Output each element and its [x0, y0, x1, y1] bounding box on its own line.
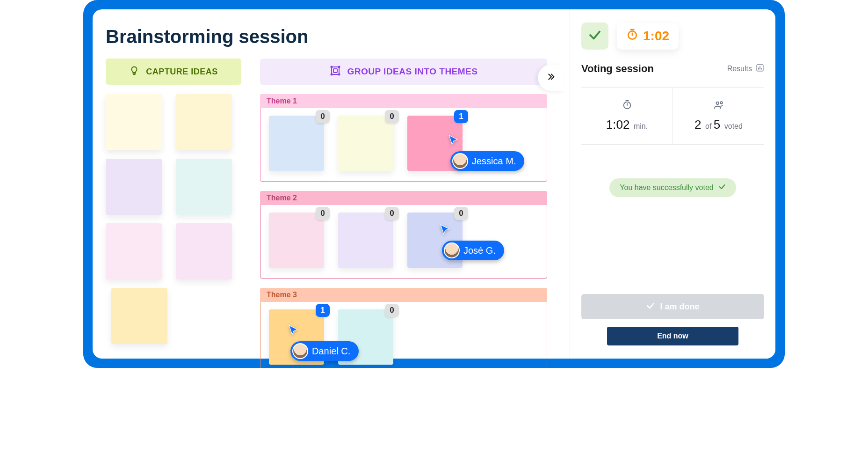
sticky-note[interactable] [106, 94, 162, 150]
stopwatch-icon [626, 29, 638, 44]
avatar [292, 343, 308, 359]
sticky-note[interactable] [176, 223, 232, 279]
status-success-box [581, 22, 608, 50]
stat-time-value: 1:02 [606, 117, 630, 132]
check-icon [718, 183, 726, 192]
svg-rect-0 [332, 67, 339, 74]
panel-actions: I am done End now [581, 294, 764, 345]
sticky-note[interactable]: 0 [338, 213, 393, 268]
column-capture-ideas: CAPTURE IDEAS .capture-grid { [106, 59, 241, 356]
cursor-label: Jessica M. [472, 156, 516, 167]
stat-time-unit: min. [634, 122, 648, 130]
sticky-note[interactable]: 0 [269, 213, 324, 268]
stat-voters: 2 of 5 voted [673, 88, 764, 144]
stat-voted-total: 5 [714, 117, 720, 132]
stat-time: 1:02 min. [581, 88, 673, 144]
timer-pill: 1:02 [617, 23, 679, 50]
svg-point-4 [331, 73, 332, 75]
svg-point-5 [338, 73, 340, 75]
vote-badge[interactable]: 1 [316, 304, 330, 317]
column-header-capture: CAPTURE IDEAS [106, 59, 241, 85]
theme-block-2[interactable]: Theme 2 0 0 0 [260, 191, 547, 279]
vote-badge[interactable]: 0 [316, 207, 330, 220]
collapse-panel-button[interactable] [538, 65, 564, 91]
vote-badge[interactable]: 0 [385, 207, 399, 220]
theme-body: 0 0 1 [260, 108, 547, 182]
remote-cursor-daniel: Daniel C. [288, 324, 359, 361]
theme-body: 0 0 0 [260, 205, 547, 279]
vote-badge[interactable]: 0 [385, 110, 399, 123]
app-frame: Brainstorming session CAPTURE IDEAS [83, 0, 785, 368]
svg-point-10 [720, 102, 723, 104]
cursor-label: José G. [463, 245, 496, 256]
i-am-done-button[interactable]: I am done [581, 294, 764, 319]
svg-rect-1 [333, 69, 337, 73]
board-columns: CAPTURE IDEAS .capture-grid { [106, 59, 547, 368]
vote-badge[interactable]: 0 [385, 304, 399, 317]
remote-cursor-jose: José G. [439, 224, 504, 260]
panel-title: Voting session [581, 63, 727, 75]
app-inner: Brainstorming session CAPTURE IDEAS [93, 9, 775, 359]
cursor-label: Daniel C. [312, 346, 350, 357]
panel-stats: 1:02 min. 2 of 5 voted [581, 88, 764, 145]
panel-status-row: 1:02 [581, 22, 764, 50]
theme-title: Theme 3 [260, 288, 547, 302]
stat-voted-count: 2 [694, 117, 701, 132]
sticky-note[interactable] [111, 288, 167, 344]
theme-title: Theme 2 [260, 191, 547, 205]
column-group-themes: GROUP IDEAS INTO THEMES Theme 1 0 0 [260, 59, 547, 368]
column-header-capture-label: CAPTURE IDEAS [146, 67, 218, 77]
done-label: I am done [660, 302, 699, 312]
sticky-note[interactable]: 0 [269, 116, 324, 171]
sticky-note[interactable]: 0 [338, 116, 393, 171]
lightbulb-icon [129, 66, 139, 78]
users-icon [677, 100, 760, 112]
sticky-note[interactable] [106, 223, 162, 279]
vote-badge[interactable]: 0 [316, 110, 330, 123]
avatar [452, 153, 468, 169]
results-label: Results [727, 65, 752, 73]
theme-title: Theme 1 [260, 94, 547, 108]
stopwatch-icon [585, 100, 669, 112]
stat-of-word: of [705, 122, 711, 130]
end-now-button[interactable]: End now [607, 327, 739, 345]
board-title: Brainstorming session [106, 26, 547, 47]
voting-panel: 1:02 Voting session Results [570, 9, 775, 359]
avatar [444, 242, 460, 258]
chevrons-right-icon [546, 72, 556, 84]
group-icon [330, 65, 341, 79]
bar-chart-icon [756, 64, 764, 74]
check-icon [588, 28, 602, 44]
theme-body: 1 0 Daniel C. [260, 302, 547, 368]
check-icon [646, 301, 655, 313]
whiteboard-canvas[interactable]: Brainstorming session CAPTURE IDEAS [93, 9, 560, 359]
svg-point-3 [338, 66, 340, 67]
column-header-themes: GROUP IDEAS INTO THEMES [260, 59, 547, 85]
svg-point-2 [331, 66, 332, 67]
theme-block-3[interactable]: Theme 3 1 0 [260, 288, 547, 368]
results-link[interactable]: Results [727, 64, 764, 74]
stat-voted-word: voted [724, 122, 743, 130]
svg-point-9 [716, 102, 719, 105]
success-message: You have successfully voted [620, 183, 713, 192]
end-label: End now [657, 332, 688, 340]
remote-cursor-jessica: Jessica M. [448, 134, 524, 171]
theme-block-1[interactable]: Theme 1 0 0 1 [260, 94, 547, 182]
success-toast: You have successfully voted [609, 178, 736, 197]
sticky-note[interactable] [176, 94, 232, 150]
column-header-themes-label: GROUP IDEAS INTO THEMES [347, 66, 478, 77]
panel-header-row: Voting session Results [581, 63, 764, 75]
timer-value: 1:02 [643, 29, 669, 44]
sticky-note[interactable] [176, 159, 232, 215]
capture-notes-grid [106, 94, 241, 356]
sticky-note[interactable] [106, 159, 162, 215]
vote-badge[interactable]: 1 [454, 110, 468, 123]
vote-badge[interactable]: 0 [454, 207, 468, 220]
